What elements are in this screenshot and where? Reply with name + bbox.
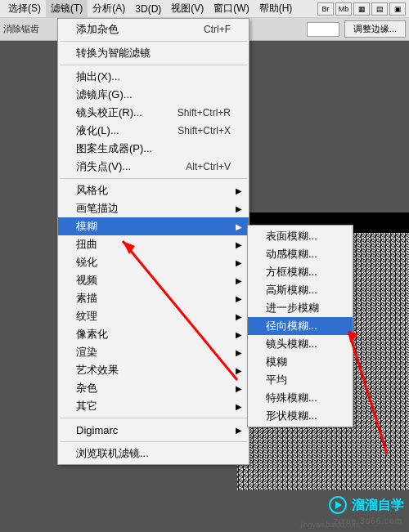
option-field[interactable] [307,22,339,37]
submenu-arrow-icon: ▶ [236,276,242,285]
submenu-arrow-icon: ▶ [236,258,242,267]
menu-item-pixelate[interactable]: 像素化▶ [58,325,249,343]
submenu-arrow-icon: ▶ [236,240,242,249]
play-icon [329,496,347,514]
menu-item-add-noise[interactable]: 添加杂色 Ctrl+F [58,20,249,38]
menu-item-pattern-maker[interactable]: 图案生成器(P)... [58,140,249,158]
menubar: 选择(S) 滤镜(T) 分析(A) 3D(D) 视图(V) 窗口(W) 帮助(H… [0,0,409,18]
watermark-text: 溜溜自学 [352,497,404,514]
submenu-surface-blur[interactable]: 表面模糊... [248,227,353,245]
menu-item-extract[interactable]: 抽出(X)... [58,68,249,86]
layout-icon-3[interactable]: ▣ [389,2,406,16]
menu-filter[interactable]: 滤镜(T) [46,0,88,17]
submenu-arrow-icon: ▶ [236,366,242,375]
refine-edge-button[interactable]: 调整边缘... [344,20,406,38]
layout-icon-1[interactable]: ▦ [353,2,370,16]
submenu-arrow-icon: ▶ [236,222,242,231]
menu-item-blur[interactable]: 模糊▶ [58,217,249,235]
submenu-arrow-icon: ▶ [236,348,242,357]
menu-separator [60,41,247,42]
watermark-source: jingyan.baidu.com [300,521,360,529]
submenu-radial-blur[interactable]: 径向模糊... [248,317,353,335]
submenu-shape-blur[interactable]: 形状模糊... [248,407,353,425]
menu-help[interactable]: 帮助(H) [254,0,298,17]
menu-item-render[interactable]: 渲染▶ [58,343,249,361]
menubar-icons: Br Mb ▦ ▤ ▣ [317,2,409,16]
submenu-blur[interactable]: 模糊 [248,353,353,371]
submenu-box-blur[interactable]: 方框模糊... [248,263,353,281]
menu-item-lens-correction[interactable]: 镜头校正(R)...Shift+Ctrl+R [58,104,249,122]
menu-item-artistic[interactable]: 艺术效果▶ [58,361,249,379]
submenu-special-blur[interactable]: 特殊模糊... [248,389,353,407]
menu-item-sharpen[interactable]: 锐化▶ [58,253,249,271]
menu-item-stylize[interactable]: 风格化▶ [58,181,249,199]
menu-item-digimarc[interactable]: Digimarc▶ [58,421,249,439]
menu-item-video[interactable]: 视频▶ [58,271,249,289]
watermark: 溜溜自学 [329,496,404,514]
bridge-icon[interactable]: Br [317,2,334,16]
filter-menu: 添加杂色 Ctrl+F 转换为智能滤镜 抽出(X)... 滤镜库(G)... 镜… [57,18,249,465]
submenu-lens-blur[interactable]: 镜头模糊... [248,335,353,353]
menu-item-convert-smart[interactable]: 转换为智能滤镜 [58,44,249,62]
submenu-arrow-icon: ▶ [236,186,242,195]
submenu-arrow-icon: ▶ [236,426,242,435]
menu-item-vanishing-point[interactable]: 消失点(V)...Alt+Ctrl+V [58,158,249,176]
menu-item-liquify[interactable]: 液化(L)...Shift+Ctrl+X [58,122,249,140]
menu-item-browse-online[interactable]: 浏览联机滤镜... [58,445,249,463]
menu-item-texture[interactable]: 纹理▶ [58,307,249,325]
submenu-motion-blur[interactable]: 动感模糊... [248,245,353,263]
submenu-arrow-icon: ▶ [236,330,242,339]
menu-separator [60,418,247,418]
menu-item-brush-strokes[interactable]: 画笔描边▶ [58,199,249,217]
submenu-arrow-icon: ▶ [236,402,242,411]
submenu-arrow-icon: ▶ [236,384,242,393]
menu-item-sketch[interactable]: 素描▶ [58,289,249,307]
submenu-arrow-icon: ▶ [236,312,242,321]
menu-item-filter-gallery[interactable]: 滤镜库(G)... [58,86,249,104]
mb-icon[interactable]: Mb [335,2,352,16]
menu-item-other[interactable]: 其它▶ [58,397,249,415]
submenu-average[interactable]: 平均 [248,371,353,389]
submenu-arrow-icon: ▶ [236,294,242,303]
layout-icon-2[interactable]: ▤ [371,2,388,16]
menu-separator [60,441,247,442]
menu-analyze[interactable]: 分析(A) [88,0,130,17]
blur-submenu: 表面模糊... 动感模糊... 方框模糊... 高斯模糊... 进一步模糊 径向… [247,225,353,427]
antialias-label: 消除锯齿 [3,23,39,35]
menu-select[interactable]: 选择(S) [3,0,46,17]
menu-view[interactable]: 视图(V) [166,0,209,17]
submenu-blur-more[interactable]: 进一步模糊 [248,299,353,317]
submenu-gaussian-blur[interactable]: 高斯模糊... [248,281,353,299]
menu-item-noise[interactable]: 杂色▶ [58,379,249,397]
menu-item-distort[interactable]: 扭曲▶ [58,235,249,253]
menu-separator [60,65,247,65]
menu-window[interactable]: 窗口(W) [209,0,254,17]
menu-separator [60,178,247,179]
menu-3d[interactable]: 3D(D) [130,2,166,16]
submenu-arrow-icon: ▶ [236,204,242,213]
